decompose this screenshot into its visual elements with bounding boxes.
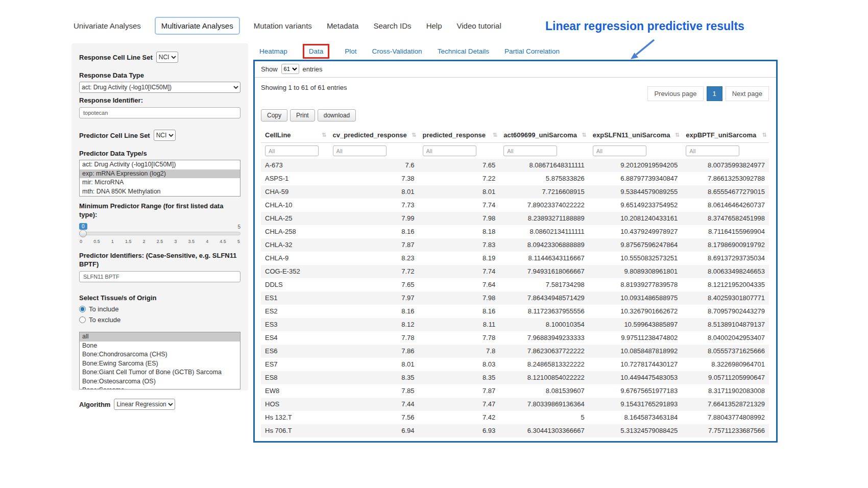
cell-value: 5 [499,411,589,424]
tissue-option[interactable]: Bone:Ewing Sarcoma (ES) [80,359,240,369]
tissue-option[interactable]: all [80,332,240,341]
tissue-radio-group: To includeTo exclude [79,305,240,324]
response-identifier-input[interactable] [79,107,240,118]
tissue-listbox[interactable]: allBoneBone:Chondrosarcoma (CHS)Bone:Ewi… [79,332,240,389]
cell-value: 9.15431765291893 [589,398,682,411]
tissue-radio-input[interactable] [79,306,86,312]
cell-line-name: ES6 [261,345,329,358]
predictor-data-type-option[interactable]: exp: mRNA Expression (log2) [80,169,240,179]
response-cell-line-set-label: Response Cell Line Set [79,53,153,62]
sort-icon[interactable]: ⇅ [412,132,416,138]
column-header-predicted-response[interactable]: predicted_response⇅ [419,128,500,143]
table-row: ES78.018.038.2486581332222210.7278174430… [261,358,769,371]
slider-tick-label: 5 [237,239,240,244]
cell-line-name: ES7 [261,358,329,371]
cell-value: 8.00633498246653 [682,265,769,278]
predictor-data-types-listbox[interactable]: act: Drug Activity (-log10[IC50M])exp: m… [79,160,240,197]
cell-value: 7.65 [329,278,419,291]
table-row: HOS7.447.477.803398691363649.15431765291… [261,398,769,411]
cell-value: 5.875833826 [499,172,589,185]
column-header-cv-predicted-response[interactable]: cv_predicted_response⇅ [329,128,419,143]
tissue-option[interactable]: Bone [80,341,240,351]
cell-value: 6.30441303366667 [499,424,589,437]
slider-handle[interactable] [79,230,87,237]
nav-tab-mutation-variants[interactable]: Mutation variants [253,18,313,34]
nav-tab-video-tutorial[interactable]: Video tutorial [455,18,502,34]
next-page-button[interactable]: Next page [726,86,769,101]
cell-value: 8.12100854022222 [499,371,589,384]
slider-tick-label: 2 [143,239,146,244]
predictor-data-type-option[interactable]: mth: DNA 850K Methylation [80,187,240,197]
algorithm-select[interactable]: Linear Regression [114,399,175,410]
show-entries-select[interactable]: 61 [281,64,299,74]
predictor-cell-line-set-label: Predictor Cell Line Set [79,131,150,140]
filter-input-predicted-response[interactable] [423,145,476,156]
predictor-data-type-option[interactable]: mir: MicroRNA [80,178,240,187]
response-cell-line-set-select[interactable]: NCI [156,52,178,63]
current-page-button[interactable]: 1 [707,86,722,101]
tab-technical-details[interactable]: Technical Details [438,47,489,55]
tab-plot[interactable]: Plot [345,47,356,55]
slider-tick-label: 1.5 [125,239,132,244]
sort-icon[interactable]: ⇅ [582,132,587,138]
sort-icon[interactable]: ⇅ [322,132,326,138]
predictor-cell-line-set-select[interactable]: NCI [154,130,176,141]
tab-heatmap[interactable]: Heatmap [259,47,287,55]
filter-input-act609699-unisarcoma[interactable] [503,145,557,156]
predictor-identifiers-label: Predictor Identifiers: (Case-Sensitive, … [79,251,240,269]
slider-tick-label: 1 [111,239,114,244]
tissue-option[interactable]: Bone:Giant Cell Tumor of Bone (GCTB) Sar… [80,368,240,377]
column-header-expslfn11-unisarcoma[interactable]: expSLFN11_uniSarcoma⇅ [589,128,682,143]
filter-cell [419,143,500,159]
previous-page-button[interactable]: Previous page [647,86,703,101]
copy-button[interactable]: Copy [261,109,287,121]
print-button[interactable]: Print [290,109,315,121]
nav-tab-multivariate-analyses[interactable]: Multivariate Analyses [155,17,240,35]
slider-tick-labels: 00.511.522.533.544.55 [79,239,240,244]
nav-tab-search-ids[interactable]: Search IDs [372,18,412,34]
response-identifier-label: Response Identifier: [79,96,240,105]
cell-value: 9.8089308961801 [589,265,682,278]
cell-value: 8.06146464260737 [682,199,769,212]
tissue-option[interactable]: Bone:Chondrosarcoma (CHS) [80,350,240,359]
slider-track[interactable] [79,232,240,235]
show-entries-suffix: entries [303,65,323,73]
cell-value: 9.05711205990647 [682,371,769,384]
sort-icon[interactable]: ⇅ [493,132,497,138]
nav-tab-univariate-analyses[interactable]: Univariate Analyses [73,18,142,34]
tissue-option[interactable]: Bone:Osteosarcoma (OS) [80,377,240,386]
cell-value: 7.97 [329,291,419,305]
filter-input-cv-predicted-response[interactable] [333,145,387,156]
tab-cross-validation[interactable]: Cross-Validation [372,47,422,55]
nav-tab-help[interactable]: Help [425,18,443,34]
cell-value: 9.97511238474802 [589,331,682,345]
filter-input-expslfn11-unisarcoma[interactable] [593,145,646,156]
min-predictor-range-slider[interactable]: 0 5 00.511.522.533.544.55 [79,223,240,244]
predictor-cell-line-set-field: Predictor Cell Line Set NCI [79,130,240,141]
nav-tab-metadata[interactable]: Metadata [326,18,360,34]
column-header-cellline[interactable]: CellLine⇅ [261,128,329,143]
tissue-option[interactable]: Bone:Sarcoma [80,386,240,389]
show-entries-row: Show 61 entries [255,62,776,78]
predictor-data-type-option[interactable]: act: Drug Activity (-log10[IC50M]) [80,160,240,169]
sort-icon[interactable]: ⇅ [762,132,767,138]
filter-cell [589,143,682,159]
predictor-identifiers-input[interactable] [79,271,240,282]
sort-icon[interactable]: ⇅ [675,132,680,138]
tissue-radio-to-exclude[interactable]: To exclude [79,316,240,324]
slider-value-badge: 0 [79,223,87,230]
table-row: ES17.977.987.8643494857142910.0931486588… [261,291,769,305]
tissue-radio-input[interactable] [79,316,86,323]
cell-value: 8.71164155969904 [682,225,769,238]
filter-input-cellline[interactable] [265,145,319,156]
column-header-act609699-unisarcoma[interactable]: act609699_uniSarcoma⇅ [499,128,589,143]
tab-partial-correlation[interactable]: Partial Correlation [504,47,560,55]
column-header-expbptf-unisarcoma[interactable]: expBPTF_uniSarcoma⇅ [682,128,769,143]
tab-data[interactable]: Data [303,44,330,59]
response-data-type-select[interactable]: act: Drug Activity (-log10[IC50M]) [79,82,240,93]
cell-value: 7.74 [419,199,500,212]
download-button[interactable]: download [318,109,356,121]
tissue-radio-to-include[interactable]: To include [79,305,240,313]
filter-input-expbptf-unisarcoma[interactable] [686,145,739,156]
cell-value: 7.44 [329,398,419,411]
